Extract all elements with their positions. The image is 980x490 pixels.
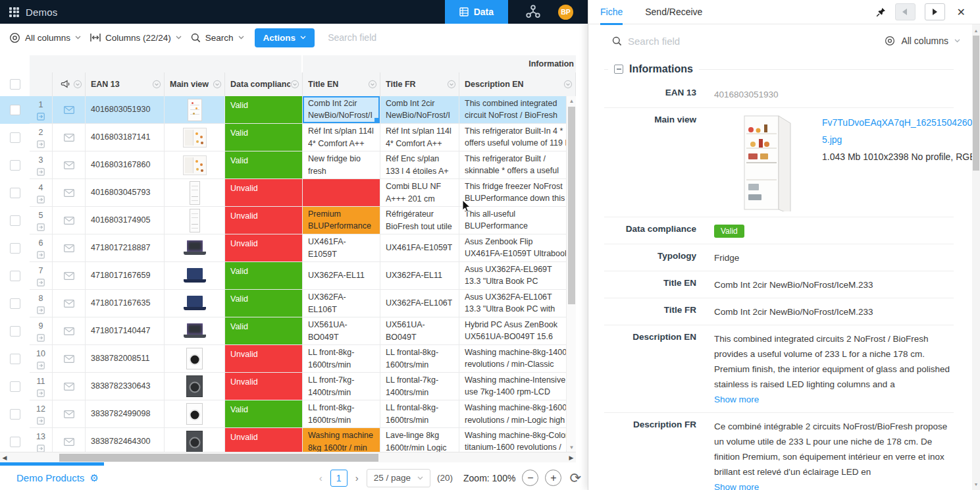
title-fr-cell[interactable]: Lave-linge 8kg 1600tr/min Logic <box>380 428 459 452</box>
table-row[interactable]: 8 4718017167635 Valid UX362FA-EL106T UX3… <box>0 290 576 317</box>
column-header-data-compliance[interactable]: Data compliance <box>225 72 303 96</box>
table-row[interactable]: 3 4016803167860 Valid New fridge bio fre… <box>0 151 576 179</box>
user-avatar[interactable]: BP <box>558 5 573 20</box>
title-fr-cell[interactable]: Comb Int 2cir NewBio/NoFrost/IceM.233 <box>380 96 459 124</box>
envelope-icon[interactable] <box>64 244 74 252</box>
title-en-cell[interactable]: Washing machine 8kg 1600tr / min <box>303 428 380 452</box>
envelope-icon[interactable] <box>64 383 74 391</box>
row-checkbox[interactable] <box>10 381 20 392</box>
connections-icon[interactable] <box>525 4 541 20</box>
next-record-button[interactable] <box>925 3 945 20</box>
ean-cell[interactable]: 4718017167659 <box>86 262 165 290</box>
field-value[interactable]: Comb Int 2cir NewBio/NoFrost/IceM.233 <box>714 277 954 292</box>
search-menu[interactable]: Search <box>191 33 244 43</box>
main-view-cell[interactable] <box>165 290 225 317</box>
vertical-scroll-thumb[interactable] <box>568 107 575 304</box>
envelope-icon[interactable] <box>64 134 74 142</box>
description-en-cell[interactable]: Washing machine-8kg-Color titanium-1600 … <box>459 428 576 452</box>
data-compliance-cell[interactable]: Unvalid <box>225 373 303 400</box>
title-fr-cell[interactable]: Réf Int s/plan 114l 4* Comfort A++ <box>380 124 459 151</box>
data-compliance-cell[interactable]: Valid <box>225 96 303 124</box>
data-compliance-cell[interactable]: Valid <box>225 151 303 179</box>
row-checkbox[interactable] <box>10 409 20 420</box>
row-checkbox[interactable] <box>10 243 20 254</box>
column-header-main-view[interactable]: Main view <box>165 72 225 96</box>
description-en-cell[interactable]: This combined integrated circuit NoFrost… <box>459 96 576 124</box>
select-all-checkbox[interactable] <box>10 79 20 90</box>
row-checkbox[interactable] <box>10 105 20 115</box>
envelope-icon[interactable] <box>64 355 74 363</box>
row-checkbox[interactable] <box>10 354 20 364</box>
description-en-cell[interactable]: This refrigerator Built / skinnable * of… <box>459 151 576 179</box>
field-value[interactable]: Comb Int 2cir NewBio/NoFrost/IceM.233 <box>714 304 954 319</box>
data-compliance-cell[interactable]: Valid <box>225 124 303 151</box>
panel-search-input[interactable]: Search field <box>628 36 680 47</box>
title-fr-cell[interactable]: UX362FA-EL11 <box>380 262 459 290</box>
description-en-cell[interactable]: Washing machine-Intensive use 7kg-1400 r… <box>459 373 576 400</box>
filter-icon[interactable] <box>563 80 573 89</box>
table-row[interactable]: 4 4016803045793 Unvalid Combi BLU NF A++… <box>0 179 576 207</box>
title-en-cell[interactable]: LL front-8kg-1600trs/min <box>303 400 380 428</box>
show-more-link[interactable]: Show more <box>714 392 954 407</box>
description-en-cell[interactable]: This refrigerator Built-In 4 * offers us… <box>459 124 576 151</box>
open-record-icon[interactable] <box>37 196 45 204</box>
title-en-cell[interactable] <box>303 179 380 207</box>
ean-cell[interactable]: 3838782008511 <box>86 345 165 373</box>
open-record-icon[interactable] <box>37 417 45 425</box>
open-record-icon[interactable] <box>37 279 45 286</box>
panel-all-columns[interactable]: All columns <box>885 36 960 46</box>
description-en-cell[interactable]: Asus Zenbook Flip UX461FA-E1059T Ultrabo… <box>459 234 576 262</box>
filter-icon[interactable] <box>290 80 299 89</box>
title-en-cell[interactable]: LL front-8kg-1600trs/min <box>303 345 380 373</box>
table-row[interactable]: 11 3838782330643 Unvalid LL front-7kg-14… <box>0 373 576 400</box>
previous-record-button[interactable] <box>895 3 916 20</box>
title-fr-cell[interactable]: LL frontal-8kg-1600trs/min <box>380 345 459 373</box>
main-view-cell[interactable] <box>165 345 225 373</box>
table-row[interactable]: 12 3838782499098 Valid LL front-8kg-1600… <box>0 400 576 428</box>
scroll-up-arrow[interactable]: ▲ <box>972 26 980 35</box>
table-row[interactable]: 5 4016803174905 Unvalid Premium BLUPerfo… <box>0 207 576 234</box>
row-checkbox[interactable] <box>10 437 20 447</box>
ean-cell[interactable]: 4718017167635 <box>86 290 165 317</box>
title-fr-cell[interactable]: UX362FA-EL106T <box>380 290 459 317</box>
table-row[interactable]: 6 4718017218887 Unvalid UX461FA-E1059T U… <box>0 234 576 262</box>
search-field-input[interactable]: Search field <box>328 32 376 43</box>
title-fr-cell[interactable]: LL frontal-7kg-1400trs/min <box>380 373 459 400</box>
next-page-button[interactable]: › <box>354 472 360 483</box>
show-more-link[interactable]: Show more <box>714 479 954 490</box>
table-row[interactable]: 7 4718017167659 Valid UX362FA-EL11 UX362… <box>0 262 576 290</box>
row-checkbox[interactable] <box>10 132 20 143</box>
ean-cell[interactable]: 4718017218887 <box>86 234 165 262</box>
title-en-cell[interactable]: UX362FA-EL106T <box>303 290 380 317</box>
open-record-icon[interactable] <box>37 140 45 148</box>
filter-icon[interactable] <box>447 80 456 89</box>
main-view-cell[interactable] <box>165 124 225 151</box>
pin-icon[interactable] <box>876 7 886 17</box>
filter-icon[interactable] <box>73 80 82 89</box>
row-checkbox[interactable] <box>10 298 20 309</box>
horizontal-scroll-thumb[interactable] <box>59 454 378 462</box>
title-fr-cell[interactable]: Réf Enc s/plan 133 l 4 étoiles A+ <box>380 151 459 179</box>
tab-data[interactable]: Data <box>445 0 508 24</box>
title-fr-cell[interactable]: Combi BLU NF A+++ 201 cm <box>380 179 459 207</box>
table-row[interactable]: 13 3838782464300 Unvalid Washing machine… <box>0 428 576 452</box>
ean-cell[interactable]: 4016803051930 <box>86 96 165 124</box>
open-record-icon[interactable] <box>37 168 45 176</box>
column-header-description-en[interactable]: Description EN <box>459 72 576 96</box>
description-en-cell[interactable]: Hybrid PC Asus ZenBook UX561UA-BO049T 15… <box>459 317 576 345</box>
title-en-cell[interactable]: Réf Int s/plan 114l 4* Comfort A++ <box>303 124 380 151</box>
title-fr-cell[interactable]: UX561UA-BO049T <box>380 317 459 345</box>
table-row[interactable]: 10 3838782008511 Unvalid LL front-8kg-16… <box>0 345 576 373</box>
description-en-cell[interactable]: Washing machine-8kg-1600 revolutions / m… <box>459 400 576 428</box>
scroll-up-arrow[interactable]: ▲ <box>567 96 577 105</box>
open-record-icon[interactable] <box>37 445 45 452</box>
description-en-cell[interactable]: This all-useful BLUPerformance refrigera… <box>459 207 576 234</box>
title-en-cell[interactable]: UX461FA-E1059T <box>303 234 380 262</box>
collapse-section-icon[interactable] <box>614 65 623 74</box>
panel-vertical-scrollbar[interactable]: ▲ ▼ <box>972 24 980 490</box>
envelope-icon[interactable] <box>64 272 74 280</box>
row-checkbox[interactable] <box>10 271 20 281</box>
description-en-cell[interactable]: Washing machine-8kg-1400 revolutions / m… <box>459 345 576 373</box>
main-view-cell[interactable] <box>165 234 225 262</box>
main-view-cell[interactable] <box>165 151 225 179</box>
